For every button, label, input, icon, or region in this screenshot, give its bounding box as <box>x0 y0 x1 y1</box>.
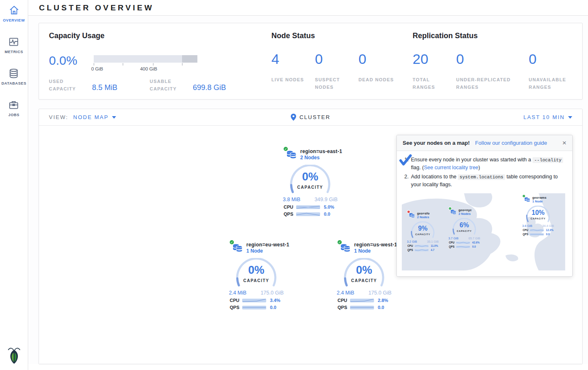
total-ranges-label: TOTAL RANGES <box>413 76 448 91</box>
databases-icon <box>8 68 19 79</box>
qps-value: 0.0 <box>378 305 384 310</box>
qps-sparkline <box>242 305 266 310</box>
sidebar-item-metrics[interactable]: METRICS <box>5 37 23 54</box>
sidebar-item-databases[interactable]: DATABASES <box>1 68 26 85</box>
cpu-label: CPU <box>230 298 242 303</box>
capacity-percent: 0.0% <box>49 54 94 68</box>
node-group-eu-west-1[interactable]: ✓ region=eu-west-1 1 Node <box>227 242 285 310</box>
step-done-check-icon <box>399 154 412 166</box>
dead-nodes-value: 0 <box>358 51 402 67</box>
node-map-area: ✓ region=us-east-1 2 Nodes <box>39 126 582 364</box>
capacity-percent: 0% <box>343 264 386 277</box>
node-map-panel: VIEW: NODE MAP CLUSTER LAST 10 MIN ✓ <box>39 109 583 364</box>
region-label: region=us-east-1 <box>300 148 342 154</box>
close-icon[interactable]: × <box>562 139 566 146</box>
mini-node-group-ams: ✓ geo=ams 1 Node <box>521 196 555 236</box>
used-capacity-value: 8.5 MiB <box>92 83 117 92</box>
view-dropdown[interactable]: NODE MAP <box>73 114 116 120</box>
total-value: 349.9 GiB <box>314 197 338 202</box>
system-locations-code: system.locations <box>458 174 505 180</box>
cpu-value: 5.0% <box>324 204 334 209</box>
qps-value: 0.0 <box>324 212 330 217</box>
cpu-sparkline <box>350 298 374 303</box>
capacity-label: CAPACITY <box>452 230 476 232</box>
mini-node-group-nyc: ✓ geo=nyc 2 Nodes <box>447 208 481 248</box>
sidebar-item-label: JOBS <box>8 113 19 117</box>
usable-capacity-label: USABLE CAPACITY <box>150 78 185 92</box>
total-value: 175.0 GiB <box>368 290 391 296</box>
qps-sparkline <box>350 305 374 310</box>
cpu-sparkline <box>242 298 266 303</box>
qps-sparkline <box>296 212 320 217</box>
capacity-gauge: 0 GiB 400 GiB <box>94 55 197 72</box>
suspect-nodes-label: SUSPECT NODES <box>315 76 350 91</box>
capacity-percent: 9% <box>410 224 435 232</box>
region-label: geo=nyc <box>459 208 472 212</box>
total-value: 175.0 GiB <box>260 290 284 296</box>
capacity-percent: 6% <box>452 221 476 229</box>
region-label: geo=sfo <box>417 212 430 215</box>
healthy-check-badge: ✓ <box>283 146 289 152</box>
locality-tree-link[interactable]: See current locality tree <box>424 165 478 170</box>
node-status-section: Node Status 4 LIVE NODES 0 SUSPECT NODES… <box>271 32 413 91</box>
nodes-link: 1 Node <box>532 200 547 203</box>
breadcrumb[interactable]: CLUSTER <box>299 114 330 120</box>
gauge-tick-label-0: 0 GiB <box>91 66 103 71</box>
configuration-guide-link[interactable]: Follow our configuration guide <box>475 140 547 146</box>
chevron-down-icon <box>568 116 572 119</box>
map-pin-icon <box>291 114 296 121</box>
healthy-check-badge: ✓ <box>522 194 525 197</box>
nodes-link[interactable]: 1 Node <box>354 248 397 254</box>
healthy-check-badge: ✓ <box>448 207 452 210</box>
cockroach-logo <box>6 346 22 366</box>
healthy-check-badge: ✓ <box>337 239 343 245</box>
used-value: 2.4 MiB <box>229 290 246 296</box>
node-group-us-east-1[interactable]: ✓ region=us-east-1 2 Nodes <box>281 148 339 217</box>
mini-node-group-sfo: geo=sfo 2 Nodes 9% CAPACITY 3.2 GiB <box>406 212 440 251</box>
sidebar-item-jobs[interactable]: JOBS <box>8 100 19 117</box>
total-ranges-value: 20 <box>413 51 456 67</box>
sidebar-item-label: DATABASES <box>1 81 26 85</box>
capacity-percent: 0% <box>289 170 332 183</box>
cpu-sparkline <box>296 205 320 209</box>
node-map-config-popup: See your nodes on a map! Follow our conf… <box>396 135 573 277</box>
nodes-link: 2 Nodes <box>459 212 472 216</box>
map-toolbar: VIEW: NODE MAP CLUSTER LAST 10 MIN <box>39 109 582 126</box>
capacity-label: CAPACITY <box>235 278 278 283</box>
example-node-map-thumbnail: geo=sfo 2 Nodes 9% CAPACITY 3.2 GiB <box>402 193 567 270</box>
qps-label: QPS <box>230 305 242 310</box>
replication-status-title: Replication Status <box>413 32 572 40</box>
region-label: region=us-west-1 <box>354 242 397 248</box>
healthy-check-badge: ✓ <box>229 239 235 245</box>
main-content: CLUSTER OVERVIEW Capacity Usage 0.0% 0 G… <box>28 0 588 364</box>
summary-panel: Capacity Usage 0.0% 0 GiB 400 GiB <box>39 23 583 100</box>
node-status-title: Node Status <box>271 32 413 40</box>
live-nodes-value: 4 <box>271 51 315 67</box>
cpu-label: CPU <box>338 298 350 303</box>
cpu-label: CPU <box>284 204 296 209</box>
under-replicated-ranges-label: UNDER-REPLICATED RANGES <box>456 76 514 91</box>
used-capacity-label: USED CAPACITY <box>49 78 85 92</box>
sidebar-item-overview[interactable]: OVERVIEW <box>3 5 25 22</box>
home-icon <box>9 5 19 16</box>
used-value: 2.4 MiB <box>337 290 354 296</box>
qps-value: 0.0 <box>270 305 276 310</box>
qps-label: QPS <box>284 212 296 217</box>
cpu-value: 3.4% <box>270 298 280 303</box>
nodes-link[interactable]: 2 Nodes <box>300 155 342 161</box>
suspect-nodes-value: 0 <box>315 51 358 67</box>
view-label: VIEW: <box>49 114 68 120</box>
dead-nodes-label: DEAD NODES <box>358 76 394 84</box>
capacity-usage-section: Capacity Usage 0.0% 0 GiB 400 GiB <box>49 32 253 91</box>
capacity-label: CAPACITY <box>525 217 550 220</box>
capacity-label: CAPACITY <box>343 278 386 283</box>
time-range-dropdown[interactable]: LAST 10 MIN <box>523 114 572 120</box>
popup-step-1: 1. Ensure every node in your cluster was… <box>404 156 566 172</box>
locality-flag-code: --locality <box>532 157 563 163</box>
popup-title: See your nodes on a map! <box>403 140 470 146</box>
sidebar: OVERVIEW METRICS DATABASES JOBS <box>0 0 28 370</box>
nodes-link[interactable]: 1 Node <box>246 248 289 254</box>
capacity-percent: 0% <box>235 264 278 277</box>
region-label: geo=ams <box>532 196 547 200</box>
node-group-us-west-1[interactable]: ✓ region=us-west-1 1 Node <box>335 242 393 310</box>
